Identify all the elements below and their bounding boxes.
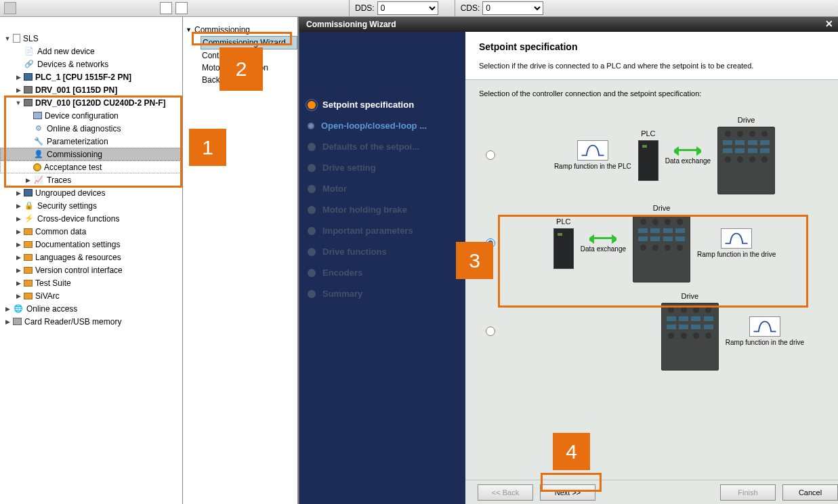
- data-exchange-arrow-icon: [674, 146, 701, 154]
- tree-vci[interactable]: ▶Version control interface: [0, 264, 182, 276]
- top-toolbar: DDS: 0 CDS: 0: [0, 0, 838, 17]
- ramp-icon: [577, 140, 608, 161]
- device-config-icon: [33, 112, 42, 119]
- step-motor: Motor: [308, 184, 457, 194]
- dds-group: DDS: 0: [349, 0, 444, 18]
- wizard-title: Commissioning Wizard: [306, 20, 396, 29]
- step-openloop[interactable]: Open-loop/closed-loop ...: [308, 121, 457, 131]
- option-ramp-drive-only: Drive Ramp function in the: [479, 287, 824, 375]
- folder-icon: [24, 254, 33, 261]
- wizard-nav: Setpoint specification Open-loop/closed-…: [299, 32, 465, 504]
- back-button[interactable]: << Back: [478, 484, 533, 501]
- tree-add-device[interactable]: 📄Add new device: [0, 45, 182, 58]
- plc-label: PLC: [556, 217, 570, 226]
- wizard-title-bar: Commissioning Wizard ✕: [299, 17, 838, 32]
- tree-drv001[interactable]: ▶DRV_001 [G115D PN]: [0, 83, 182, 96]
- folder-icon: [24, 241, 33, 248]
- plc-graphic: [638, 140, 658, 181]
- data-exchange-label: Data exchange: [665, 157, 711, 165]
- wizard-header: Setpoint specification Selection if the …: [465, 32, 838, 80]
- callout-2: 2: [219, 47, 263, 91]
- step-important: Important parameters: [308, 226, 457, 236]
- folder-icon: [24, 189, 33, 196]
- step-setpoint[interactable]: Setpoint specification: [308, 100, 457, 110]
- online-access-icon: 🌐: [13, 304, 24, 314]
- tree-common[interactable]: ▶Common data: [0, 225, 182, 238]
- tree-drv010[interactable]: ▼DRV_010 [G120D CU240D-2 PN-F]: [0, 96, 182, 109]
- traces-icon: 📈: [33, 175, 44, 185]
- cardreader-icon: [13, 318, 22, 325]
- ramp-icon: [721, 228, 752, 249]
- tree-security[interactable]: ▶🔒Security settings: [0, 199, 182, 212]
- step-summary: Summary: [308, 289, 457, 299]
- step-brake: Motor holding brake: [308, 205, 457, 215]
- tree-root[interactable]: ▼SLS: [0, 32, 182, 45]
- drive-label: Drive: [681, 292, 698, 300]
- drive-graphic: [661, 303, 719, 371]
- callout-4: 4: [553, 433, 590, 470]
- ramp-drive-text: Ramp function in the drive: [697, 251, 776, 258]
- network-icon: 🔗: [24, 60, 35, 69]
- toolbar-left-group: [4, 2, 16, 14]
- option-ramp-drive-plc: PLC Data exchange Drive: [479, 199, 824, 287]
- tree-ungrouped[interactable]: ▶Ungrouped devices: [0, 186, 182, 199]
- callout-1: 1: [189, 129, 226, 166]
- security-icon: 🔒: [24, 201, 35, 211]
- tree-traces[interactable]: ▶📈Traces: [0, 173, 182, 186]
- tree-acceptance[interactable]: Acceptance test: [0, 161, 182, 173]
- project-tree[interactable]: ▼SLS 📄Add new device 🔗Devices & networks…: [0, 17, 183, 504]
- callout-3: 3: [456, 242, 493, 279]
- wizard-header-sub: Selection if the drive is connected to a…: [479, 62, 824, 70]
- drive-graphic: [633, 215, 690, 282]
- drive-icon: [24, 86, 33, 93]
- ramp-drive-text: Ramp function in the drive: [726, 339, 804, 346]
- tree-online-diag[interactable]: ⚙Online & diagnostics: [0, 122, 182, 135]
- next-button[interactable]: Next >>: [540, 484, 595, 501]
- radio-ramp-plc[interactable]: [486, 150, 495, 160]
- drive-label: Drive: [738, 116, 755, 124]
- data-exchange-arrow-icon: [589, 234, 616, 243]
- wizard-panel: Commissioning Wizard ✕ Setpoint specific…: [299, 17, 838, 504]
- step-drive: Drive setting: [308, 163, 457, 173]
- step-defaults: Defaults of the setpoi...: [308, 142, 457, 152]
- tree-online-access[interactable]: ▶🌐Online access: [0, 302, 182, 315]
- data-exchange-label: Data exchange: [581, 245, 626, 253]
- ramp-plc-text: Ramp function in the PLC: [554, 163, 631, 170]
- tree-device-config[interactable]: Device configuration: [0, 109, 182, 122]
- cds-group: CDS: 0: [455, 0, 549, 18]
- tool-icon-a[interactable]: [160, 2, 172, 14]
- tree-docsettings[interactable]: ▶Documentation settings: [0, 238, 182, 251]
- drive-icon: [24, 99, 33, 106]
- drive-graphic: [717, 127, 775, 194]
- wizard-main: Selection of the controller connection a…: [465, 80, 838, 480]
- folder-icon: [24, 267, 33, 274]
- tree-commissioning[interactable]: 👤Commissioning: [0, 148, 182, 161]
- tree-devices-networks[interactable]: 🔗Devices & networks: [0, 58, 182, 70]
- step-funcs: Drive functions: [308, 247, 457, 257]
- tool-icon-1[interactable]: [4, 2, 16, 14]
- tree-plc1[interactable]: ▶PLC_1 [CPU 1515F-2 PN]: [0, 70, 182, 83]
- radio-ramp-drive-only[interactable]: [486, 327, 495, 336]
- commissioning-panel-header[interactable]: ▼Commissioning: [183, 24, 297, 36]
- project-icon: [13, 34, 20, 43]
- tool-icon-b[interactable]: [175, 2, 188, 14]
- tree-param[interactable]: 🔧Parameterization: [0, 135, 182, 148]
- tree-crossdev[interactable]: ▶⚡Cross-device functions: [0, 212, 182, 225]
- step-encoders: Encoders: [308, 268, 457, 278]
- plc-icon: [24, 73, 33, 81]
- folder-icon: [24, 280, 33, 287]
- dds-select[interactable]: 0: [377, 1, 438, 15]
- commissioning-icon: 👤: [33, 150, 44, 159]
- tree-testsuite[interactable]: ▶Test Suite: [0, 276, 182, 289]
- folder-icon: [24, 293, 33, 299]
- tree-langres[interactable]: ▶Languages & resources: [0, 251, 182, 264]
- finish-button[interactable]: Finish: [720, 484, 776, 501]
- close-icon[interactable]: ✕: [823, 18, 835, 30]
- crossdev-icon: ⚡: [24, 214, 35, 224]
- plc-graphic: [553, 228, 574, 269]
- cds-select[interactable]: 0: [482, 1, 543, 15]
- tree-sivarc[interactable]: ▶SiVArc: [0, 289, 182, 302]
- diagnostics-icon: ⚙: [33, 124, 44, 133]
- cancel-button[interactable]: Cancel: [782, 484, 838, 501]
- tree-cardreader[interactable]: ▶Card Reader/USB memory: [0, 315, 182, 328]
